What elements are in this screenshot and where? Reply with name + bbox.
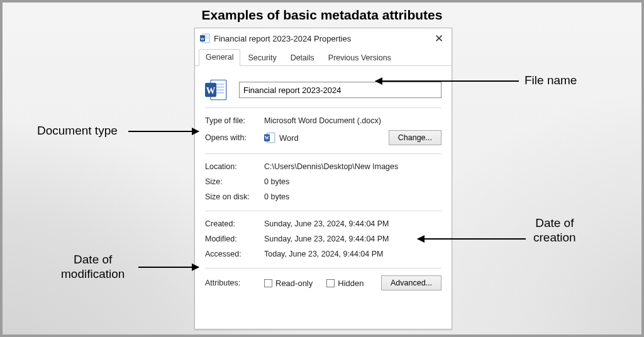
label-opens-with: Opens with: bbox=[205, 133, 258, 142]
value-created: Sunday, June 23, 2024, 9:44:04 PM bbox=[264, 219, 389, 228]
tab-details[interactable]: Details bbox=[284, 50, 321, 66]
value-accessed: Today, June 23, 2024, 9:44:04 PM bbox=[264, 250, 383, 258]
diagram-stage: Examples of basic metadata attributes W … bbox=[0, 0, 644, 337]
arrow-date-of-modification bbox=[138, 267, 199, 268]
arrow-file-name bbox=[375, 80, 519, 82]
dates-section: Created: Sunday, June 23, 2024, 9:44:04 … bbox=[205, 211, 441, 268]
advanced-button[interactable]: Advanced... bbox=[381, 275, 441, 290]
word-doc-icon: W bbox=[205, 79, 228, 101]
label-attributes: Attributes: bbox=[205, 279, 258, 287]
arrow-date-of-creation bbox=[418, 238, 526, 240]
dialog-title: Financial report 2023-2024 Properties bbox=[214, 34, 431, 43]
word-app-icon: W bbox=[264, 132, 275, 143]
arrow-document-type bbox=[128, 131, 199, 132]
annotation-date-of-modification: Date of modification bbox=[61, 253, 125, 282]
checkbox-read-only-label: Read-only bbox=[275, 279, 313, 288]
label-created: Created: bbox=[205, 219, 258, 228]
label-type-of-file: Type of file: bbox=[205, 116, 258, 125]
svg-text:W: W bbox=[206, 86, 216, 96]
label-size: Size: bbox=[205, 177, 258, 186]
label-size-on-disk: Size on disk: bbox=[205, 192, 258, 201]
page-title: Examples of basic metadata attributes bbox=[3, 8, 641, 23]
filetype-section: Type of file: Microsoft Word Document (.… bbox=[205, 108, 441, 153]
change-button[interactable]: Change... bbox=[389, 130, 441, 145]
attributes-section: Attributes: Read-only Hidden Advanced... bbox=[205, 268, 441, 299]
file-properties-dialog: W Financial report 2023-2024 Properties … bbox=[194, 28, 452, 329]
annotation-date-of-creation: Date of creation bbox=[533, 216, 576, 245]
tab-previous-versions[interactable]: Previous Versions bbox=[322, 50, 397, 66]
value-type-of-file: Microsoft Word Document (.docx) bbox=[264, 116, 381, 125]
value-modified: Sunday, June 23, 2024, 9:44:04 PM bbox=[264, 235, 389, 243]
annotation-file-name: File name bbox=[525, 74, 577, 88]
filename-input[interactable] bbox=[239, 82, 441, 98]
word-doc-icon: W bbox=[200, 33, 210, 43]
value-location: C:\Users\Dennis\Desktop\New Images bbox=[264, 162, 398, 171]
value-opens-with: W Word bbox=[264, 132, 299, 143]
checkbox-read-only[interactable]: Read-only bbox=[264, 279, 313, 288]
checkbox-hidden[interactable]: Hidden bbox=[326, 279, 364, 288]
filename-section: W bbox=[205, 74, 441, 108]
label-modified: Modified: bbox=[205, 235, 258, 243]
svg-text:W: W bbox=[265, 135, 270, 141]
location-section: Location: C:\Users\Dennis\Desktop\New Im… bbox=[205, 154, 441, 211]
svg-text:W: W bbox=[201, 36, 205, 41]
tab-security[interactable]: Security bbox=[242, 50, 282, 66]
tabstrip: General Security Details Previous Versio… bbox=[195, 48, 452, 66]
annotation-document-type: Document type bbox=[37, 124, 118, 138]
tab-general[interactable]: General bbox=[199, 49, 240, 66]
dialog-titlebar: W Financial report 2023-2024 Properties … bbox=[195, 28, 452, 48]
checkbox-hidden-label: Hidden bbox=[338, 279, 364, 288]
label-accessed: Accessed: bbox=[205, 250, 258, 258]
value-size: 0 bytes bbox=[264, 177, 289, 186]
value-size-on-disk: 0 bytes bbox=[264, 192, 289, 201]
label-location: Location: bbox=[205, 162, 258, 171]
close-button[interactable]: ✕ bbox=[431, 32, 447, 45]
tab-panel-general: W Type of file: Microsoft Word Document … bbox=[195, 66, 452, 305]
opens-with-text: Word bbox=[279, 133, 299, 143]
